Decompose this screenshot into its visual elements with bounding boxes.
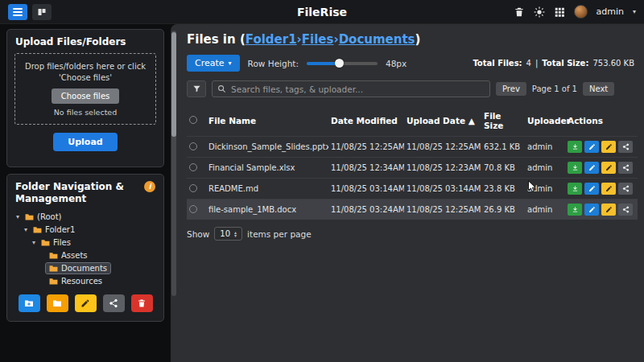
breadcrumb-link-files[interactable]: Files [302, 32, 334, 47]
folder-move-icon [52, 298, 62, 308]
folder-icon [25, 213, 34, 220]
file-uploader: admin [525, 200, 565, 220]
column-header-uploaded[interactable]: Upload Date ▲ [404, 105, 481, 137]
tree-item-assets[interactable]: Assets [12, 249, 159, 261]
upload-button[interactable]: Upload [53, 133, 117, 151]
caret-down-icon[interactable]: ▾ [22, 226, 30, 233]
edit-button[interactable] [584, 162, 599, 174]
folder-tree: ▾ (Root) ▾ Folder1 ▾ Files Assets Docume… [7, 208, 163, 287]
file-name[interactable]: file-sample_1MB.docx [206, 200, 328, 220]
page-indicator: Page 1 of 1 [532, 84, 577, 93]
create-button[interactable]: Create ▾ [187, 55, 240, 72]
share-button[interactable] [618, 162, 633, 174]
table-row[interactable]: Financial Sample.xlsx 11/08/25 12:34AM 1… [187, 158, 638, 179]
row-height-slider[interactable] [307, 62, 378, 65]
edit-button[interactable] [584, 204, 599, 216]
file-uploader: admin [525, 179, 565, 200]
items-per-page-label: items per page [247, 229, 312, 239]
file-name[interactable]: Financial Sample.xlsx [206, 158, 328, 179]
table-row[interactable]: README.md 11/08/25 03:14AM 11/08/25 03:1… [187, 179, 638, 200]
breadcrumb-link-documents[interactable]: Documents [339, 32, 415, 47]
rename-button[interactable] [601, 183, 616, 195]
grid-icon [554, 6, 565, 18]
next-page-button[interactable]: Next [583, 82, 614, 96]
user-menu-label[interactable]: admin [597, 6, 624, 17]
scrollbar[interactable] [171, 31, 176, 296]
download-button[interactable] [568, 204, 582, 216]
theme-toggle-button[interactable] [534, 6, 545, 18]
folder-icon [49, 265, 58, 272]
share-button[interactable] [618, 204, 633, 216]
search-input[interactable] [231, 84, 485, 94]
share-folder-button[interactable] [103, 294, 125, 312]
row-height-value: 48px [386, 59, 407, 68]
delete-folder-button[interactable] [131, 294, 153, 312]
dropzone-text-line1: Drop files/folders here or click [19, 61, 151, 72]
toolbar: Create ▾ Row Height: 48px Total Files: 4… [187, 55, 634, 72]
tree-item-documents[interactable]: Documents [12, 261, 159, 274]
edit-button[interactable] [584, 141, 599, 153]
move-folder-button[interactable] [47, 294, 68, 312]
prev-page-button[interactable]: Prev [496, 82, 526, 96]
share-button[interactable] [618, 141, 633, 153]
create-folder-button[interactable] [19, 294, 40, 312]
share-button[interactable] [618, 183, 633, 195]
column-header-modified[interactable]: Date Modified [328, 105, 404, 137]
download-button[interactable] [568, 141, 582, 153]
table-row[interactable]: file-sample_1MB.docx 11/08/25 03:24AM 11… [187, 200, 638, 220]
file-name[interactable]: Dickinson_Sample_Slides.pptx [206, 137, 328, 158]
caret-down-icon[interactable]: ▾ [30, 239, 38, 246]
menu-toggle-button[interactable] [8, 4, 27, 20]
tree-item-files[interactable]: ▾ Files [12, 236, 159, 249]
file-uploaded: 11/08/25 12:23AM [404, 158, 481, 179]
slider-thumb[interactable] [335, 59, 344, 68]
folder-actions [7, 294, 163, 312]
tree-item-root[interactable]: ▾ (Root) [12, 210, 159, 223]
files-table: File Name Date Modified Upload Date ▲ Fi… [187, 105, 638, 220]
total-size-label: Total Size: [542, 59, 588, 68]
column-header-name[interactable]: File Name [206, 105, 328, 137]
file-size: 26.9 KB [481, 200, 525, 220]
file-modified: 11/08/25 12:25AM [328, 137, 404, 158]
download-button[interactable] [568, 162, 582, 174]
download-icon [572, 164, 579, 171]
rename-button[interactable] [601, 141, 616, 153]
info-icon[interactable]: i [144, 181, 155, 192]
scrollbar-thumb[interactable] [171, 32, 176, 137]
column-header-uploader[interactable]: Uploader [525, 105, 565, 137]
tree-item-label: Folder1 [45, 225, 75, 234]
view-toggle-button[interactable] [32, 4, 52, 20]
edit-button[interactable] [584, 183, 599, 195]
pencil-icon [588, 143, 596, 150]
table-row[interactable]: Dickinson_Sample_Slides.pptx 11/08/25 12… [187, 137, 638, 158]
filter-button[interactable] [187, 80, 206, 97]
rename-button[interactable] [601, 204, 616, 216]
tree-item-resources[interactable]: Resources [12, 274, 159, 287]
apps-grid-button[interactable] [554, 6, 565, 18]
column-header-size[interactable]: File Size [481, 105, 525, 137]
row-checkbox[interactable] [189, 142, 197, 150]
choose-files-button[interactable]: Choose files [52, 88, 120, 104]
select-all-checkbox[interactable] [189, 116, 197, 124]
tree-item-folder1[interactable]: ▾ Folder1 [12, 223, 159, 236]
create-button-label: Create [195, 58, 225, 68]
dropzone[interactable]: Drop files/folders here or click 'Choose… [14, 53, 156, 125]
row-checkbox[interactable] [189, 163, 197, 171]
tree-item-label: Assets [61, 251, 88, 260]
breadcrumb-link-folder1[interactable]: Folder1 [246, 32, 297, 47]
items-per-page-select[interactable]: 10 ▴▾ [214, 227, 242, 241]
share-icon [622, 185, 630, 192]
download-button[interactable] [568, 183, 582, 195]
file-name[interactable]: README.md [206, 179, 328, 200]
rename-folder-button[interactable] [75, 294, 97, 312]
trash-button[interactable] [514, 6, 525, 18]
rename-button[interactable] [601, 162, 616, 174]
row-checkbox[interactable] [189, 184, 197, 192]
avatar[interactable] [574, 5, 588, 19]
row-height-label: Row Height: [248, 59, 299, 68]
chevron-down-icon[interactable]: ▾ [633, 8, 636, 15]
download-icon [572, 206, 579, 213]
caret-down-icon[interactable]: ▾ [14, 213, 22, 220]
share-icon [622, 143, 630, 150]
row-checkbox[interactable] [189, 205, 197, 213]
